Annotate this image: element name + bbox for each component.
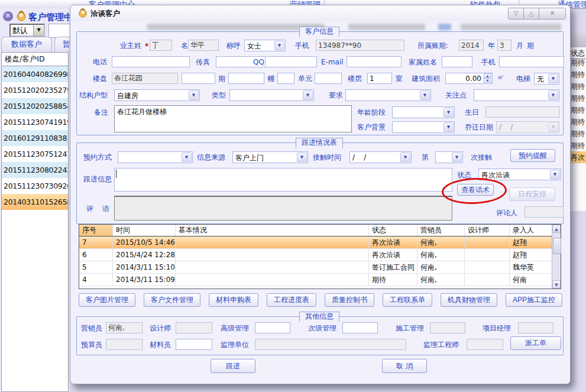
toolbar-button[interactable]: 质量控制书 (325, 293, 374, 307)
table-scrollbar[interactable]: ▲ ▼ (552, 225, 561, 289)
toolbar-button[interactable]: 工程进度表 (267, 293, 316, 307)
maximize-button[interactable]: △ (523, 8, 539, 20)
table-row[interactable]: 52014/3/11 15:10签订施工合同何南,魏华英 (79, 261, 561, 274)
status-combo[interactable]: 再次洽谈▼ (478, 169, 561, 180)
first-name-input[interactable] (188, 40, 219, 51)
tab-data-customers[interactable]: 数据客户 (1, 37, 52, 52)
account-month-input[interactable] (497, 40, 511, 51)
list-item[interactable]: 2015120202352799 (2, 82, 68, 98)
col-header-time[interactable]: 时间 (113, 225, 176, 236)
dropdown-arrow-icon[interactable]: ▼ (550, 170, 560, 179)
focus-combo[interactable]: ▼ (474, 89, 559, 101)
scroll-down-icon[interactable]: ▼ (552, 280, 561, 289)
unit-input[interactable] (277, 73, 294, 84)
list-item[interactable]: 2015112307512476 (2, 146, 68, 162)
moving-date-combo[interactable]: / /▼ (496, 121, 559, 133)
elevator-combo[interactable]: 无▼ (534, 73, 559, 85)
dropdown-arrow-icon[interactable]: ▼ (452, 153, 462, 162)
source-combo[interactable]: 客户上门▼ (232, 151, 308, 163)
mobile-input[interactable] (316, 40, 404, 51)
type-combo[interactable]: ▼ (229, 89, 314, 101)
cancel-button[interactable]: 取 消 (382, 359, 427, 373)
phase-input[interactable] (182, 73, 215, 84)
dropdown-arrow-icon[interactable]: ▼ (420, 90, 430, 100)
toolbar-button[interactable]: 材料申购表 (209, 293, 258, 307)
building-input[interactable] (112, 73, 178, 84)
panel-search-input[interactable] (48, 24, 71, 38)
contact-time-combo[interactable]: / /▼ (349, 151, 412, 163)
secondary-mgr-input[interactable] (342, 322, 378, 333)
dropdown-arrow-icon[interactable]: ▼ (443, 122, 454, 132)
list-item[interactable]: 2016040408269981 (2, 66, 68, 82)
close-button[interactable]: ✕ (539, 8, 566, 20)
project-mgr-input[interactable] (518, 322, 553, 333)
scrollbar-thumb[interactable] (553, 238, 561, 254)
email-input[interactable] (347, 56, 402, 67)
area-spin-up-icon[interactable]: ▲ (484, 73, 491, 78)
panel-close-icon[interactable]: ✕ (3, 11, 13, 21)
table-row[interactable]: 42014/3/11 15:09期待何南,何南 (79, 274, 561, 286)
requirement-combo[interactable]: ▼ (345, 89, 431, 101)
toolbar-button[interactable]: 机具财物管理 (441, 293, 497, 307)
toolbar-button[interactable]: 客户图片管理 (79, 293, 135, 307)
follow-button[interactable]: 跟进 (211, 359, 255, 373)
col-header-status[interactable]: 状态 (369, 225, 417, 236)
owner-last-input[interactable] (150, 40, 172, 51)
commenter-input[interactable] (525, 206, 564, 218)
background-combo[interactable]: ▼ (392, 121, 455, 133)
list-item[interactable]: 2016012911083815 (2, 130, 68, 146)
dispatch-button[interactable]: 派工单 (510, 336, 561, 350)
comment-textarea[interactable] (114, 196, 452, 221)
dialog-titlebar[interactable]: 洽谈客户 ▽ △ ✕ (70, 5, 570, 21)
phone-input[interactable] (112, 56, 190, 67)
floor-input[interactable] (367, 73, 392, 84)
remind-button[interactable]: 预约提醒 (510, 149, 555, 162)
budget-input[interactable] (106, 339, 143, 350)
follow-info-textarea[interactable] (114, 168, 452, 192)
list-item[interactable]: 2014031101526589 (2, 194, 68, 210)
construction-mgr-input[interactable] (430, 322, 465, 333)
dropdown-arrow-icon[interactable]: ▼ (443, 108, 454, 117)
appointment-combo[interactable]: ▼ (118, 151, 193, 163)
minimize-button[interactable]: ▽ (508, 8, 524, 20)
dropdown-arrow-icon[interactable]: ▼ (303, 90, 313, 100)
birthday-input[interactable] (485, 106, 559, 118)
list-item[interactable]: 2015120202588541 (2, 98, 68, 114)
toolbar-button[interactable]: 工程联系单 (383, 293, 432, 307)
schedule-button[interactable]: 日程安排 (509, 187, 555, 201)
supervisor-unit-input[interactable] (255, 339, 406, 350)
table-row[interactable]: 72015/10/5 14:46再次洽谈何南,赵翔 (79, 237, 561, 249)
col-header-sales[interactable]: 营销员 (417, 225, 465, 236)
supervisor-engineer-input[interactable] (467, 339, 503, 350)
material-input[interactable] (176, 339, 212, 350)
dropdown-arrow-icon[interactable]: ▼ (548, 122, 558, 132)
col-header-designer[interactable]: 设计师 (465, 225, 510, 236)
col-header-recorder[interactable]: 录入人 (510, 225, 553, 236)
structure-combo[interactable]: 自建房▼ (114, 89, 200, 101)
toolbar-button[interactable]: APP施工监控 (506, 293, 562, 307)
table-row[interactable]: 62015/4/24 12:28再次洽谈何南,赵翔 (79, 249, 561, 261)
filter-dropdown-arrow-icon[interactable]: ▼ (33, 25, 44, 35)
senior-mgr-input[interactable] (255, 322, 290, 333)
dropdown-arrow-icon[interactable]: ▼ (274, 41, 284, 50)
dropdown-arrow-icon[interactable]: ▼ (400, 153, 410, 162)
col-header-seq[interactable]: 序号 (79, 225, 113, 236)
col-header-basic[interactable]: 基本情况 (176, 225, 369, 236)
age-stage-combo[interactable]: ▼ (392, 106, 455, 118)
dropdown-arrow-icon[interactable]: ▼ (189, 90, 199, 100)
account-year-input[interactable] (459, 40, 484, 51)
remarks-textarea[interactable]: 春江花月做楼梯 (114, 105, 352, 132)
salutation-combo[interactable]: 女士▼ (244, 40, 286, 51)
list-item[interactable]: 2015112308022433 (2, 162, 68, 178)
sales-input[interactable] (106, 322, 143, 333)
nth-combo[interactable]: ▼ (435, 151, 463, 163)
list-item[interactable]: 2015112307309205 (2, 178, 68, 194)
dropdown-arrow-icon[interactable]: ▼ (297, 153, 307, 162)
dropdown-arrow-icon[interactable]: ▼ (548, 74, 558, 83)
dropdown-arrow-icon[interactable]: ▼ (548, 90, 558, 100)
unit-number-input[interactable] (315, 73, 342, 84)
scroll-up-icon[interactable]: ▲ (552, 225, 561, 233)
designer-input[interactable] (176, 322, 212, 333)
list-item[interactable]: 2015112307419197 (2, 114, 68, 130)
filter-combobox[interactable]: 默认 ▼ (9, 24, 45, 37)
